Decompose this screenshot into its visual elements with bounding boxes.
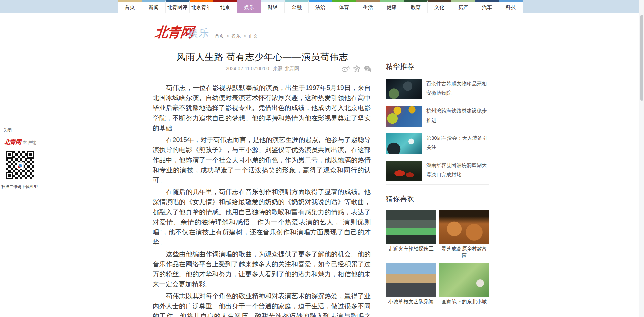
nav-tab-14[interactable]: 房产 (451, 0, 475, 13)
article-paragraph: 在随后的几年里，苟伟志在音乐创作和演唱方面取得了显著的成绩。他深情演唱的《女儿情… (153, 187, 371, 247)
breadcrumb-home[interactable]: 首页 (215, 33, 224, 39)
site-header: 北青网 娱乐 首页>娱乐>正文 (153, 22, 487, 46)
featured-item[interactable]: 第30届兰洽会：无人装备引关注 (386, 130, 489, 157)
article-paragraph: 在2015年，对于苟伟志而言，是他的演艺生涯的起点。他参与了赵聪导演执导的电影《… (153, 135, 371, 185)
featured-thumbnail-museum (386, 79, 422, 99)
featured-item-title: 第30届兰洽会：无人装备引关注 (426, 133, 489, 154)
section-title: 娱乐 (188, 26, 209, 40)
nav-tab-8[interactable]: 法治 (309, 0, 332, 13)
header-divider (153, 46, 487, 46)
breadcrumb-separator: > (226, 33, 229, 39)
featured-item-title: 杭州湾跨海铁路桥建设稳步推进 (426, 106, 489, 127)
nav-tab-9[interactable]: 体育 (332, 0, 356, 13)
nav-tab-13[interactable]: 文化 (428, 0, 451, 13)
qr-finder-icon (6, 151, 13, 158)
qr-code (4, 149, 36, 181)
featured-list: 百余件古希腊文物珍品亮相安徽博物院 杭州湾跨海铁路桥建设稳步推进 第30届兰洽会… (386, 76, 489, 185)
featured-item[interactable]: 百余件古希腊文物珍品亮相安徽博物院 (386, 76, 489, 103)
guess-caption: 灵芝成高原乡村致富菌 (439, 246, 489, 259)
nav-tab-5[interactable]: 娱乐 (237, 0, 261, 13)
nav-tab-11[interactable]: 健康 (380, 0, 404, 13)
article-title: 风雨人生路 苟有志少年心——演员苟伟志 (153, 52, 372, 62)
nav-tab-15[interactable]: 汽车 (475, 0, 499, 13)
featured-item[interactable]: 杭州湾跨海铁路桥建设稳步推进 (386, 103, 489, 130)
nav-tab-2[interactable]: 北青网评 (166, 0, 190, 13)
guess-thumbnail-square (386, 263, 436, 297)
qr-finder-icon (6, 172, 13, 179)
guess-thumbnail-mural (439, 263, 489, 297)
featured-item-title: 湖南华容县团洲垸洞庭湖大堤决口完成封堵 (426, 161, 489, 181)
featured-thumbnail-bridge (386, 106, 422, 127)
app-download-widget: 关闭 北青网 客户端 扫描二维码下载APP (0, 127, 41, 190)
nav-tab-0[interactable]: 首页 (118, 0, 142, 13)
guess-caption: 小城草根文艺队见闻 (386, 299, 436, 305)
featured-thumbnail-expo (386, 133, 422, 154)
featured-item-title: 百余件古希腊文物珍品亮相安徽博物院 (426, 79, 489, 99)
breadcrumb-current: 正文 (248, 33, 258, 39)
nav-tab-16[interactable]: 科技 (499, 0, 523, 13)
wechat-share-icon[interactable] (364, 65, 372, 72)
app-client-label: 客户端 (23, 140, 36, 146)
article-paragraph: 苟伟志，一位在影视界默默奉献的演员，出生于1997年5月19日，来自北国冰城哈尔… (153, 83, 371, 133)
breadcrumb-separator: > (243, 33, 246, 39)
nav-tab-1[interactable]: 新闻 (142, 0, 166, 13)
article-datetime: 2024-07-11 07:00:00 (226, 66, 269, 71)
guess-thumbnail-lingzhi (439, 210, 489, 244)
qr-finder-icon (27, 151, 34, 158)
nav-tab-3[interactable]: 北京青年 (190, 0, 213, 13)
guess-caption: 画家笔下的东北小城 (439, 299, 489, 305)
article-paragraph: 苟伟志以其对每个角色的敬业精神和对表演艺术的深沉热爱，赢得了业内外人士的广泛尊重… (153, 291, 371, 317)
featured-item[interactable]: 湖南华容县团洲垸洞庭湖大堤决口完成封堵 (386, 157, 489, 185)
nav-tab-12[interactable]: 教育 (404, 0, 428, 13)
article-source: 来源: 北青网 (273, 66, 299, 71)
breadcrumb: 首页>娱乐>正文 (215, 33, 258, 39)
nav-tab-4[interactable]: 北京 (213, 0, 237, 13)
guess-item[interactable]: 走近火车轮轴探伤工 (386, 210, 436, 259)
share-bar (342, 65, 372, 72)
nav-tab-6[interactable]: 财经 (261, 0, 285, 13)
featured-thumbnail-flood (386, 161, 422, 181)
guess-item[interactable]: 灵芝成高原乡村致富菌 (439, 210, 489, 259)
featured-heading: 精华推荐 (386, 62, 489, 71)
article-paragraph: 这些由他编曲作词演唱的歌曲，为观众提供了更多了解他的机会。他的音乐作品在网络平台… (153, 249, 371, 289)
guess-grid: 走近火车轮轴探伤工 灵芝成高原乡村致富菌 小城草根文艺队见闻 画家笔下的东北小城 (386, 210, 489, 305)
close-widget-button[interactable]: 关闭 (3, 127, 12, 133)
app-brand-logo: 北青网 (4, 138, 21, 146)
qr-caption: 扫描二维码下载APP (1, 184, 41, 190)
nav-tab-7[interactable]: 金融 (285, 0, 309, 13)
sidebar: 精华推荐 百余件古希腊文物珍品亮相安徽博物院 杭州湾跨海铁路桥建设稳步推进 第3… (386, 62, 489, 305)
top-navbar: 首页 新闻 北青网评 北京青年 北京 娱乐 财经 金融 法治 体育 生活 健康 … (0, 0, 644, 13)
qr-center-logo-icon (17, 162, 24, 169)
guess-thumbnail-axle (386, 210, 436, 244)
guess-item[interactable]: 画家笔下的东北小城 (439, 263, 489, 305)
nav-tabs: 首页 新闻 北青网评 北京青年 北京 娱乐 财经 金融 法治 体育 生活 健康 … (118, 0, 523, 13)
app-brand-row: 北青网 客户端 (4, 138, 41, 146)
vertical-scrollbar[interactable] (639, 0, 644, 317)
scrollbar-thumb[interactable] (640, 15, 643, 101)
guess-caption: 走近火车轮轴探伤工 (386, 246, 436, 252)
nav-tab-10[interactable]: 生活 (356, 0, 380, 13)
weibo-share-icon[interactable] (342, 65, 350, 72)
article-body: 苟伟志，一位在影视界默默奉献的演员，出生于1997年5月19日，来自北国冰城哈尔… (153, 83, 371, 317)
guess-item[interactable]: 小城草根文艺队见闻 (386, 263, 436, 305)
article-meta: 2024-07-11 07:00:00 来源: 北青网 (153, 66, 372, 73)
qzone-share-icon[interactable] (353, 65, 360, 72)
article: 风雨人生路 苟有志少年心——演员苟伟志 2024-07-11 07:00:00 … (153, 52, 372, 317)
guess-heading: 猜你喜欢 (386, 194, 489, 203)
breadcrumb-channel[interactable]: 娱乐 (231, 33, 241, 39)
